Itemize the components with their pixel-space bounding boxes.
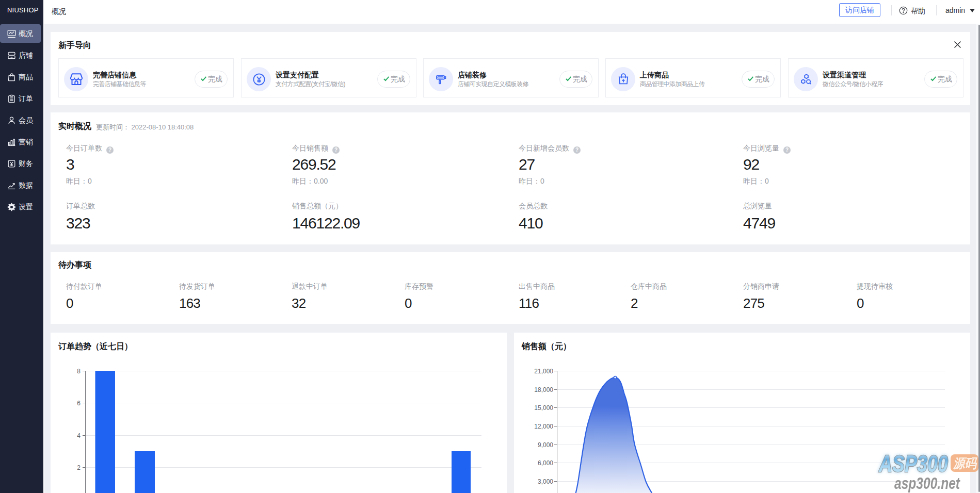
svg-text:9,000: 9,000 (538, 441, 553, 449)
svg-text:2: 2 (77, 464, 81, 471)
svg-text:18,000: 18,000 (534, 386, 553, 393)
svg-text:21,000: 21,000 (534, 368, 553, 375)
svg-text:8: 8 (77, 368, 81, 375)
svg-text:asp300.net: asp300.net (894, 474, 960, 492)
svg-text:4: 4 (77, 432, 81, 439)
svg-text:12,000: 12,000 (534, 423, 553, 430)
svg-text:ASP300: ASP300 (878, 451, 948, 477)
svg-text:3,000: 3,000 (538, 478, 553, 485)
svg-text:6,000: 6,000 (538, 459, 553, 467)
svg-text:源码: 源码 (953, 456, 978, 470)
svg-text:15,000: 15,000 (534, 404, 553, 412)
svg-text:6: 6 (77, 400, 81, 407)
